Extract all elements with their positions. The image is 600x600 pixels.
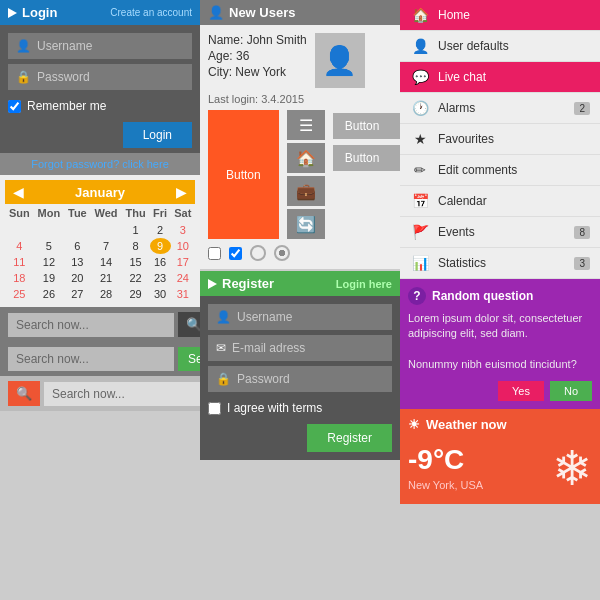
cal-day-tue: Tue — [64, 204, 90, 222]
search-bar-1: 🔍 — [0, 307, 200, 342]
menu-label-edit-comments: Edit comments — [438, 163, 517, 177]
calendar-icon: 📅 — [410, 193, 430, 209]
reg-email-field: ✉ — [208, 335, 392, 361]
password-input[interactable] — [37, 70, 184, 84]
checkbox-1[interactable] — [208, 247, 221, 260]
calendar-day[interactable]: 21 — [91, 270, 122, 286]
user-age: Age: 36 — [208, 49, 307, 63]
search-input-3[interactable] — [44, 382, 210, 406]
username-input[interactable] — [37, 39, 184, 53]
menu-label-events: Events — [438, 225, 475, 239]
calendar-day[interactable]: 10 — [171, 238, 195, 254]
calendar-day[interactable]: 23 — [150, 270, 171, 286]
menu-panel: 🏠Home👤User defaults💬Live chat🕐Alarms2★Fa… — [400, 0, 600, 279]
calendar-day[interactable]: 14 — [91, 254, 122, 270]
badge-statistics: 3 — [574, 257, 590, 270]
create-account-link[interactable]: Create an account — [110, 7, 192, 18]
calendar-day[interactable]: 11 — [5, 254, 34, 270]
events-icon: 🚩 — [410, 224, 430, 240]
menu-item-events[interactable]: 🚩Events8 — [400, 217, 600, 248]
register-button[interactable]: Register — [307, 424, 392, 452]
random-question-title: Random question — [432, 289, 533, 303]
home-icon-button[interactable]: 🏠 — [287, 143, 325, 173]
calendar-day[interactable]: 12 — [34, 254, 65, 270]
random-question-buttons: Yes No — [408, 381, 592, 401]
calendar-day[interactable]: 27 — [64, 286, 90, 302]
username-field: 👤 — [8, 33, 192, 59]
calendar-day[interactable]: 18 — [5, 270, 34, 286]
search-bar-3: 🔍 — [0, 376, 200, 411]
weather-info: -9°C New York, USA — [408, 444, 483, 491]
badge-events: 8 — [574, 226, 590, 239]
calendar-day[interactable]: 22 — [122, 270, 150, 286]
next-month-button[interactable]: ▶ — [176, 184, 187, 200]
forgot-link[interactable]: click here — [122, 158, 168, 170]
menu-item-calendar[interactable]: 📅Calendar — [400, 186, 600, 217]
calendar-day[interactable]: 15 — [122, 254, 150, 270]
weather-header: ☀ Weather now — [408, 417, 592, 432]
calendar-day[interactable]: 29 — [122, 286, 150, 302]
question-icon: ? — [408, 287, 426, 305]
menu-icon-button[interactable]: ☰ — [287, 110, 325, 140]
menu-item-home[interactable]: 🏠Home — [400, 0, 600, 31]
menu-item-statistics[interactable]: 📊Statistics3 — [400, 248, 600, 279]
calendar-day[interactable]: 24 — [171, 270, 195, 286]
menu-item-edit-comments[interactable]: ✏Edit comments — [400, 155, 600, 186]
orange-button[interactable]: Button — [208, 110, 279, 239]
checkbox-2[interactable] — [229, 247, 242, 260]
calendar-day[interactable]: 20 — [64, 270, 90, 286]
calendar-day[interactable]: 28 — [91, 286, 122, 302]
calendar-day[interactable]: 17 — [171, 254, 195, 270]
sun-icon: ☀ — [408, 417, 420, 432]
calendar-day[interactable]: 31 — [171, 286, 195, 302]
refresh-icon-button[interactable]: 🔄 — [287, 209, 325, 239]
menu-item-alarms[interactable]: 🕐Alarms2 — [400, 93, 600, 124]
search-input-1[interactable] — [8, 313, 174, 337]
user-info: Name: John Smith Age: 36 City: New York … — [208, 33, 392, 88]
menu-item-favourites[interactable]: ★Favourites — [400, 124, 600, 155]
calendar-day — [91, 222, 122, 238]
calendar-day[interactable]: 6 — [64, 238, 90, 254]
circle-icon — [250, 245, 266, 261]
login-button[interactable]: Login — [123, 122, 192, 148]
calendar-day[interactable]: 26 — [34, 286, 65, 302]
calendar-day[interactable]: 8 — [122, 238, 150, 254]
briefcase-icon-button[interactable]: 💼 — [287, 176, 325, 206]
prev-month-button[interactable]: ◀ — [13, 184, 24, 200]
search-button-3[interactable]: 🔍 — [8, 381, 40, 406]
calendar-day[interactable]: 13 — [64, 254, 90, 270]
search-input-2[interactable] — [8, 347, 174, 371]
no-button[interactable]: No — [550, 381, 592, 401]
reg-email-input[interactable] — [232, 341, 384, 355]
avatar-icon: 👤 — [322, 44, 357, 77]
calendar-day[interactable]: 2 — [150, 222, 171, 238]
remember-checkbox[interactable] — [8, 100, 21, 113]
calendar-day[interactable]: 19 — [34, 270, 65, 286]
reg-password-input[interactable] — [237, 372, 384, 386]
menu-item-user-defaults[interactable]: 👤User defaults — [400, 31, 600, 62]
yes-button[interactable]: Yes — [498, 381, 544, 401]
login-panel: Login Create an account 👤 🔒 Remember me … — [0, 0, 200, 175]
calendar-day[interactable]: 5 — [34, 238, 65, 254]
forgot-text: Forgot password? — [31, 158, 119, 170]
reg-username-input[interactable] — [237, 310, 384, 324]
calendar-day[interactable]: 9 — [150, 238, 171, 254]
statistics-icon: 📊 — [410, 255, 430, 271]
cal-day-thu: Thu — [122, 204, 150, 222]
calendar-day[interactable]: 1 — [122, 222, 150, 238]
calendar-grid: Sun Mon Tue Wed Thu Fri Sat 123456789101… — [5, 204, 195, 302]
register-play-icon — [208, 279, 217, 289]
calendar-day[interactable]: 16 — [150, 254, 171, 270]
random-question-text: Lorem ipsum dolor sit, consectetuer adip… — [408, 311, 592, 373]
calendar-day[interactable]: 30 — [150, 286, 171, 302]
register-panel: Register Login here 👤 ✉ 🔒 I agree with t… — [200, 271, 400, 460]
reg-user-icon: 👤 — [216, 310, 231, 324]
cal-day-fri: Fri — [150, 204, 171, 222]
calendar-day[interactable]: 25 — [5, 286, 34, 302]
calendar-day[interactable]: 4 — [5, 238, 34, 254]
agree-checkbox[interactable] — [208, 402, 221, 415]
login-here-link[interactable]: Login here — [336, 278, 392, 290]
calendar-day[interactable]: 7 — [91, 238, 122, 254]
calendar-day[interactable]: 3 — [171, 222, 195, 238]
menu-item-live-chat[interactable]: 💬Live chat — [400, 62, 600, 93]
